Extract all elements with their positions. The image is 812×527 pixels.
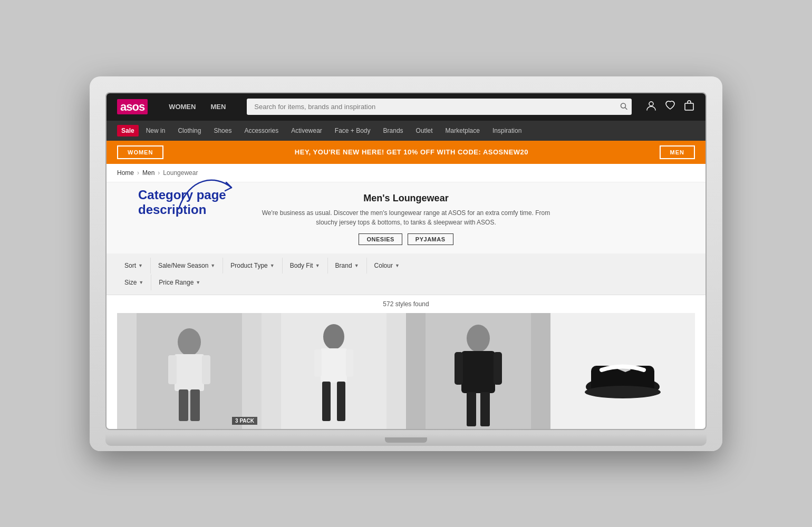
filter-sort[interactable]: Sort ▼ (117, 258, 151, 274)
secondary-nav: Sale New in Clothing Shoes Accessories A… (107, 121, 705, 141)
nav-shoes[interactable]: Shoes (208, 122, 237, 140)
laptop-screen: asos WOMEN MEN (105, 92, 707, 430)
laptop-base (105, 434, 707, 446)
promo-men-button[interactable]: MEN (660, 145, 695, 159)
breadcrumb-home[interactable]: Home (117, 169, 134, 177)
svg-rect-16 (322, 382, 331, 421)
svg-rect-8 (202, 355, 210, 384)
filter-price-range[interactable]: Price Range ▼ (151, 275, 208, 290)
nav-men[interactable]: MEN (203, 94, 233, 119)
nav-brands[interactable]: Brands (378, 122, 409, 140)
filter-sale-season[interactable]: Sale/New Season ▼ (151, 258, 223, 274)
subcat-onesies[interactable]: ONESIES (359, 233, 402, 245)
svg-rect-21 (455, 352, 463, 385)
svg-point-5 (178, 328, 201, 356)
size-caret: ▼ (139, 280, 143, 285)
breadcrumb: Home › Men › Loungewear (107, 164, 705, 182)
product-card-1[interactable]: 3 PACK (117, 313, 262, 429)
subcategory-tags: ONESIES PYJAMAS (117, 233, 695, 245)
search-input[interactable] (247, 99, 632, 115)
filter-brand[interactable]: Brand ▼ (328, 258, 367, 274)
body-fit-caret: ▼ (315, 263, 320, 268)
product-card-2[interactable] (262, 313, 406, 429)
colour-caret: ▼ (395, 263, 400, 268)
promo-text: HEY, YOU'RE NEW HERE! GET 10% OFF WITH C… (295, 148, 528, 156)
product-card-4[interactable] (550, 313, 695, 429)
svg-rect-23 (467, 392, 476, 426)
product-badge-1: 3 PACK (232, 417, 257, 425)
filter-product-type[interactable]: Product Type ▼ (223, 258, 282, 274)
filter-body-fit[interactable]: Body Fit ▼ (283, 258, 328, 274)
svg-point-19 (467, 325, 490, 352)
svg-point-2 (649, 102, 653, 106)
svg-point-28 (585, 386, 661, 398)
category-header: Category page description Men's Loungewe… (107, 182, 705, 253)
account-icon[interactable] (645, 100, 657, 114)
laptop-notch (385, 437, 427, 443)
search-bar (247, 99, 632, 115)
product-type-caret: ▼ (270, 263, 275, 268)
promo-banner: WOMEN HEY, YOU'RE NEW HERE! GET 10% OFF … (107, 141, 705, 164)
breadcrumb-current: Loungewear (163, 169, 198, 177)
svg-rect-22 (494, 352, 502, 385)
svg-rect-17 (337, 382, 345, 421)
filters-row-2: Size ▼ Price Range ▼ (117, 275, 695, 290)
product-grid: 3 PACK (107, 313, 705, 429)
results-count: 572 styles found (107, 295, 705, 313)
breadcrumb-men[interactable]: Men (142, 169, 154, 177)
asos-logo: asos (117, 100, 148, 114)
svg-rect-3 (685, 103, 693, 110)
svg-rect-14 (314, 349, 322, 377)
product-card-3[interactable] (406, 313, 550, 429)
category-title: Men's Loungewear (117, 193, 695, 204)
filter-colour[interactable]: Colour ▼ (367, 258, 407, 274)
svg-rect-7 (168, 355, 177, 384)
category-description: We're business as usual. Discover the me… (253, 208, 559, 227)
svg-rect-13 (321, 348, 347, 383)
top-nav: asos WOMEN MEN (107, 93, 705, 121)
nav-new-in[interactable]: New in (141, 122, 171, 140)
laptop-frame: asos WOMEN MEN (90, 76, 722, 451)
nav-outlet[interactable]: Outlet (411, 122, 438, 140)
breadcrumb-sep-1: › (137, 169, 139, 177)
sale-season-caret: ▼ (210, 263, 215, 268)
svg-rect-20 (461, 351, 495, 393)
svg-rect-6 (175, 354, 204, 391)
svg-rect-9 (179, 389, 188, 421)
svg-rect-10 (190, 389, 200, 421)
nav-sale[interactable]: Sale (117, 125, 139, 136)
nav-face-body[interactable]: Face + Body (330, 122, 376, 140)
sort-caret: ▼ (138, 263, 143, 268)
filter-size[interactable]: Size ▼ (117, 275, 151, 290)
svg-line-1 (625, 108, 627, 110)
price-range-caret: ▼ (196, 280, 200, 285)
nav-clothing[interactable]: Clothing (172, 122, 206, 140)
search-button[interactable] (620, 102, 627, 111)
nav-accessories[interactable]: Accessories (239, 122, 284, 140)
nav-activewear[interactable]: Activewear (286, 122, 327, 140)
bag-icon[interactable] (683, 100, 695, 114)
svg-point-12 (323, 324, 344, 349)
nav-inspiration[interactable]: Inspiration (487, 122, 527, 140)
brand-caret: ▼ (354, 263, 359, 268)
filters-row-1: Sort ▼ Sale/New Season ▼ Product Type ▼ … (117, 258, 695, 274)
svg-rect-15 (346, 349, 353, 377)
nav-marketplace[interactable]: Marketplace (440, 122, 485, 140)
nav-icons (645, 100, 695, 114)
svg-rect-24 (480, 392, 490, 426)
subcat-pyjamas[interactable]: PYJAMAS (408, 233, 453, 245)
filters-bar: Sort ▼ Sale/New Season ▼ Product Type ▼ … (107, 253, 705, 295)
breadcrumb-sep-2: › (158, 169, 160, 177)
wishlist-icon[interactable] (664, 100, 676, 114)
promo-women-button[interactable]: WOMEN (117, 145, 163, 159)
main-nav-links: WOMEN MEN (161, 94, 233, 119)
nav-women[interactable]: WOMEN (161, 94, 203, 119)
